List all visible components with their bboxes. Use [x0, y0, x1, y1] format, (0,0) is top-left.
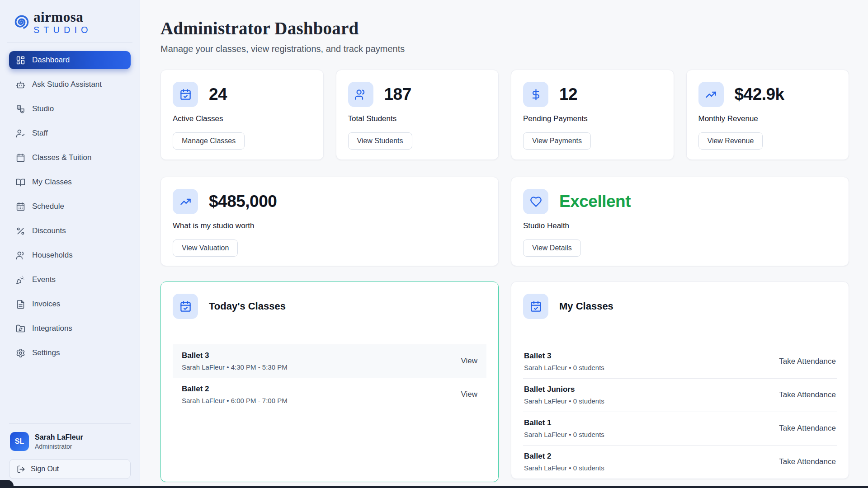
calendar-check-icon	[173, 82, 198, 107]
party-popper-icon	[16, 275, 25, 285]
stat-label: Active Classes	[173, 114, 311, 123]
manage-classes-button[interactable]: Manage Classes	[173, 132, 245, 150]
class-lists-row: Today's Classes Ballet 3 Sarah LaFleur •…	[160, 282, 849, 482]
sidebar-item-invoices[interactable]: Invoices	[9, 295, 131, 313]
users-icon	[16, 251, 25, 260]
table-row[interactable]: Ballet 3 Sarah LaFleur • 0 students Take…	[523, 345, 837, 379]
class-meta: Sarah LaFleur • 0 students	[524, 364, 604, 371]
calendar-days-icon	[16, 202, 25, 211]
studio-worth-value: $485,000	[209, 192, 277, 211]
view-link[interactable]: View	[461, 357, 477, 366]
page-title: Administrator Dashboard	[160, 18, 849, 38]
log-out-icon	[17, 465, 25, 474]
table-row[interactable]: Ballet Juniors Sarah LaFleur • 0 student…	[523, 379, 837, 412]
sidebar-item-label: Dashboard	[32, 56, 70, 65]
class-meta: Sarah LaFleur • 0 students	[524, 464, 604, 472]
calendar-check-icon	[523, 294, 548, 319]
table-row[interactable]: Ballet 1 Sarah LaFleur • 0 students Take…	[523, 412, 837, 446]
sidebar-item-label: Integrations	[32, 324, 72, 333]
sidebar-item-my-classes[interactable]: My Classes	[9, 173, 131, 191]
sidebar-user-section: SL Sarah LaFleur Administrator Sign Out	[9, 423, 131, 479]
sidebar-item-schedule[interactable]: Schedule	[9, 197, 131, 216]
stat-label: Total Students	[348, 114, 487, 123]
stat-card-total-students: 187 Total Students View Students	[336, 70, 499, 160]
view-payments-button[interactable]: View Payments	[523, 132, 591, 150]
sidebar-item-classes-tuition[interactable]: Classes & Tuition	[9, 149, 131, 167]
class-meta: Sarah LaFleur • 4:30 PM - 5:30 PM	[182, 363, 288, 371]
sidebar-item-dashboard[interactable]: Dashboard	[9, 51, 131, 69]
stat-label: Monthly Revenue	[698, 114, 837, 123]
sidebar-nav: Dashboard Ask Studio Assistant Studio St…	[9, 51, 131, 362]
robot-icon	[16, 80, 25, 89]
stat-value: 187	[384, 85, 411, 104]
theater-masks-icon	[16, 104, 25, 114]
class-meta: Sarah LaFleur • 0 students	[524, 397, 604, 405]
view-valuation-button[interactable]: View Valuation	[173, 239, 238, 257]
stat-cards-row: 24 Active Classes Manage Classes 187 Tot…	[160, 70, 849, 160]
dashboard-icon	[16, 56, 25, 65]
stat-card-pending-payments: 12 Pending Payments View Payments	[511, 70, 674, 160]
class-name: Ballet 3	[524, 352, 604, 361]
view-revenue-button[interactable]: View Revenue	[698, 132, 763, 150]
stat-value: $42.9k	[735, 85, 784, 104]
take-attendance-link[interactable]: Take Attendance	[779, 357, 836, 366]
todays-classes-title: Today's Classes	[209, 300, 286, 312]
user-name: Sarah LaFleur	[35, 433, 83, 441]
class-name: Ballet 2	[182, 385, 288, 394]
sidebar-item-studio[interactable]: Studio	[9, 100, 131, 118]
class-meta: Sarah LaFleur • 6:00 PM - 7:00 PM	[182, 397, 288, 404]
sidebar-item-integrations[interactable]: Integrations	[9, 319, 131, 338]
class-name: Ballet 3	[182, 351, 288, 360]
sidebar-item-label: Ask Studio Assistant	[32, 80, 102, 89]
users-icon	[348, 82, 373, 107]
page-subtitle: Manage your classes, view registrations,…	[160, 44, 849, 54]
view-details-button[interactable]: View Details	[523, 239, 581, 257]
sidebar-item-households[interactable]: Households	[9, 246, 131, 264]
studio-health-card: Excellent Studio Health View Details	[511, 177, 849, 266]
user-row: SL Sarah LaFleur Administrator	[9, 432, 131, 451]
sidebar-item-label: Staff	[32, 129, 48, 138]
sidebar-item-staff[interactable]: Staff	[9, 124, 131, 142]
sidebar-item-label: Events	[32, 275, 56, 284]
my-classes-title: My Classes	[559, 300, 613, 312]
stat-value: 24	[209, 85, 227, 104]
sidebar-item-label: Settings	[32, 348, 60, 357]
main-content: Administrator Dashboard Manage your clas…	[140, 0, 868, 482]
sidebar-item-label: My Classes	[32, 178, 72, 187]
logo: airmosa STUDIO	[9, 10, 131, 34]
sidebar-item-settings[interactable]: Settings	[9, 344, 131, 362]
sidebar-item-label: Schedule	[32, 202, 64, 211]
logo-spiral-icon	[10, 10, 33, 34]
trending-up-icon	[698, 82, 724, 107]
book-open-icon	[16, 178, 25, 187]
sidebar-item-label: Discounts	[32, 226, 66, 235]
table-row[interactable]: Ballet 3 Sarah LaFleur • 4:30 PM - 5:30 …	[173, 344, 486, 378]
calendar-icon	[16, 153, 25, 163]
stat-label: Pending Payments	[523, 114, 662, 123]
take-attendance-link[interactable]: Take Attendance	[779, 457, 836, 466]
sidebar-item-label: Classes & Tuition	[32, 153, 91, 162]
dollar-icon	[523, 82, 548, 107]
sidebar-item-discounts[interactable]: Discounts	[9, 222, 131, 240]
sidebar-item-events[interactable]: Events	[9, 271, 131, 289]
table-row[interactable]: Ballet 2 Sarah LaFleur • 0 students Take…	[523, 446, 837, 479]
info-cards-row: $485,000 What is my studio worth View Va…	[160, 177, 849, 266]
view-link[interactable]: View	[461, 390, 477, 399]
gear-icon	[16, 348, 25, 358]
sign-out-label: Sign Out	[31, 465, 59, 473]
user-role: Administrator	[35, 443, 83, 450]
stat-card-monthly-revenue: $42.9k Monthly Revenue View Revenue	[686, 70, 849, 160]
sidebar-item-ask-studio-assistant[interactable]: Ask Studio Assistant	[9, 75, 131, 94]
sidebar-item-label: Studio	[32, 104, 54, 113]
studio-health-label: Studio Health	[523, 221, 837, 230]
table-row[interactable]: Ballet 2 Sarah LaFleur • 6:00 PM - 7:00 …	[173, 378, 486, 411]
logo-subtitle: STUDIO	[33, 25, 92, 34]
file-text-icon	[16, 300, 25, 309]
view-students-button[interactable]: View Students	[348, 132, 412, 150]
class-name: Ballet 1	[524, 418, 604, 427]
sign-out-button[interactable]: Sign Out	[9, 459, 131, 479]
take-attendance-link[interactable]: Take Attendance	[779, 390, 836, 399]
logo-name: airmosa	[33, 10, 92, 24]
take-attendance-link[interactable]: Take Attendance	[779, 424, 836, 433]
sidebar: airmosa STUDIO Dashboard Ask Studio Assi…	[0, 0, 140, 488]
